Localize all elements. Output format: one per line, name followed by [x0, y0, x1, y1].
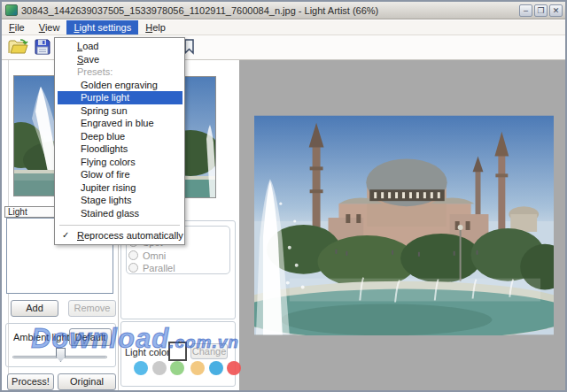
default-button[interactable]: Default	[69, 328, 112, 346]
remove-button[interactable]: Remove	[68, 300, 116, 317]
menu-help[interactable]: Help	[138, 20, 173, 35]
close-button[interactable]: ✕	[549, 4, 563, 17]
light-color-label: Light color	[125, 347, 170, 357]
image-canvas-area[interactable]	[239, 60, 565, 392]
menu-item-deep-blue[interactable]: Deep blue	[55, 130, 184, 143]
radio-omni[interactable]	[128, 250, 138, 260]
menu-item-load[interactable]: Load	[55, 40, 184, 53]
menu-item-engraved-in-blue[interactable]: Engraved in blue	[55, 117, 184, 130]
maximize-button[interactable]: ❐	[534, 4, 548, 17]
menu-item-flying-colors[interactable]: Flying colors	[55, 156, 184, 169]
menu-item-save[interactable]: Save	[55, 53, 184, 66]
title-bar[interactable]: 30843_1442639037505_1533978056_1102911_7…	[2, 2, 565, 19]
open-file-icon[interactable]	[8, 38, 28, 56]
ambient-light-label: Ambient light	[13, 332, 70, 342]
light-color-swatch[interactable]	[168, 342, 187, 361]
menu-file[interactable]: File	[2, 20, 32, 35]
add-button[interactable]: Add	[11, 300, 58, 317]
radio-parallel-label: Parallel	[143, 263, 175, 273]
process-button[interactable]: Process!	[7, 373, 54, 390]
save-icon[interactable]	[34, 38, 51, 56]
menu-item-spring-sun[interactable]: Spring sun	[55, 104, 184, 118]
radio-parallel[interactable]	[128, 263, 138, 273]
menu-item-stage-lights[interactable]: Stage lights	[55, 194, 184, 207]
menu-item-stained-glass[interactable]: Stained glass	[55, 207, 184, 220]
minimize-button[interactable]: –	[519, 4, 532, 17]
menu-item-floodlights[interactable]: Floodlights	[55, 142, 184, 156]
menu-separator	[59, 219, 180, 226]
change-color-button[interactable]: Change	[190, 343, 228, 359]
original-image-button[interactable]: Original Image	[58, 373, 116, 390]
radio-omni-label: Omni	[143, 250, 166, 261]
light-artist-window: 30843_1442639037505_1533978056_1102911_7…	[0, 0, 567, 392]
checkmark-icon: ✓	[62, 229, 69, 242]
menu-item-jupiter-rising[interactable]: Jupiter rising	[55, 181, 184, 195]
menu-view[interactable]: View	[32, 20, 67, 35]
light-sources-label: Light sources	[4, 206, 59, 218]
menu-item-presets-header: Presets:	[55, 65, 184, 79]
menu-item-glow-of-fire[interactable]: Glow of fire	[55, 168, 184, 181]
window-title: 30843_1442639037505_1533978056_1102911_7…	[21, 5, 378, 16]
menu-light-settings[interactable]: Light settings	[66, 20, 138, 35]
app-icon	[5, 4, 18, 16]
main-photo	[254, 115, 554, 335]
menu-item-reprocess-automatically[interactable]: ✓ Reprocess automatically	[55, 229, 184, 242]
menu-bar: File View Light settings Help	[2, 20, 565, 35]
light-settings-menu: Load Save Presets: Golden engraving Purp…	[54, 37, 185, 245]
menu-item-golden-engraving[interactable]: Golden engraving	[55, 79, 184, 92]
menu-item-purple-light[interactable]: Purple light	[58, 91, 183, 104]
